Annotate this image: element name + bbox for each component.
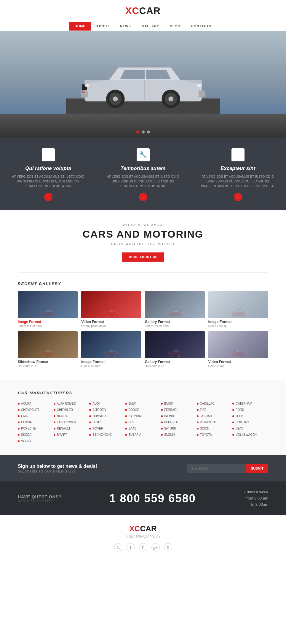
gallery-image-6: 🚗: [81, 331, 141, 358]
manufacturer-item[interactable]: RENAULT: [54, 426, 90, 431]
gallery-item-6[interactable]: 🚗 Image Format Duis aute irure: [81, 331, 141, 368]
nav-link-news[interactable]: NEWS: [115, 22, 136, 31]
hero-dot-2[interactable]: [142, 131, 145, 133]
manufacturer-item[interactable]: SSANGYONG: [89, 432, 125, 437]
nav-item-about[interactable]: ABOUT: [91, 22, 115, 31]
manufacturer-item[interactable]: VOLKSWAGEN: [232, 432, 268, 437]
gallery-caption-1: Lorem ipsum dolor: [18, 325, 78, 328]
gallery-caption-8: Nemo enmp: [208, 365, 268, 368]
social-icon-twitter[interactable]: 𝕏: [114, 543, 122, 551]
svg-point-6: [84, 84, 90, 87]
manufacturer-item[interactable]: SMART: [54, 432, 90, 437]
manufacturer-item[interactable]: AUDI: [89, 401, 125, 406]
manufacturer-item[interactable]: ACURA: [18, 401, 54, 406]
feature-title-1: Qui ratione volupta: [8, 166, 89, 171]
footer-copyright: © 2014 PRIVACY POLICY: [6, 535, 280, 538]
feature-btn-2[interactable]: →: [139, 193, 147, 201]
manufacturer-item[interactable]: CADILLAC: [197, 401, 233, 406]
manufacturer-name: JEEP: [236, 414, 243, 418]
manufacturer-item[interactable]: FERRARI: [161, 407, 197, 412]
manufacturer-item[interactable]: FIAT: [197, 407, 233, 412]
manufacturer-name: PONTIAC: [236, 421, 249, 424]
manufacturer-item[interactable]: PORSCHE: [18, 426, 54, 431]
manufacturer-item[interactable]: GMC: [18, 414, 54, 419]
manufacturer-item[interactable]: FORD: [232, 407, 268, 412]
car-silhouette-2: 🚗: [104, 304, 119, 318]
manufacturer-item[interactable]: INFINITI: [161, 414, 197, 419]
hero-dot-3[interactable]: [147, 131, 150, 133]
manufacturer-item[interactable]: DODGE: [125, 407, 161, 412]
nav-item-news[interactable]: NEWS: [115, 22, 136, 31]
car-silhouette-1: 🚗: [40, 304, 55, 318]
gallery-item-4[interactable]: 🚗 Image Format Nemo enim ip: [208, 291, 268, 328]
manufacturer-item[interactable]: CHEVROLET: [18, 407, 54, 412]
news-subtitle: LATEST NEWS ABOUT: [6, 223, 280, 227]
manufacturer-item[interactable]: PONTIAC: [232, 420, 268, 425]
manufacturer-item[interactable]: LAND ROVER: [54, 420, 90, 425]
manufacturer-item[interactable]: LEXUS: [89, 420, 125, 425]
nav-item-blog[interactable]: BLOG: [164, 22, 186, 31]
manufacturer-item[interactable]: CITROËN: [89, 407, 125, 412]
contact-bar: HAVE QUESTIONS? ASK A SPECIALIST 1 800 5…: [0, 481, 286, 515]
manufacturer-item[interactable]: SAAB: [125, 426, 161, 431]
nav-item-home[interactable]: HOME: [69, 22, 91, 31]
gallery-item-3[interactable]: 🚗 Gallery Format Lorem ipsum dolor: [145, 291, 205, 328]
contact-hours-line1: 7 days a week: [244, 489, 268, 495]
nav-link-gallery[interactable]: GALLERY: [136, 22, 164, 31]
manufacturer-name: HONDA: [57, 414, 68, 418]
manufacturer-item[interactable]: PLYMOUTH: [197, 420, 233, 425]
social-icon-facebook[interactable]: f: [127, 543, 135, 551]
manufacturer-item[interactable]: SCION: [197, 426, 233, 431]
social-icon-github[interactable]: ⊙: [164, 543, 172, 551]
manufacturer-item[interactable]: CATERHAM: [232, 401, 268, 406]
manufacturer-item[interactable]: JAGUAR: [197, 414, 233, 419]
manufacturer-dot: [197, 403, 199, 405]
gallery-item-5[interactable]: 🚗 Slideshow Format Duis aute irure: [18, 331, 78, 368]
manufacturer-item[interactable]: JEEP: [232, 414, 268, 419]
feature-item-1: ⚙ Qui ratione volupta AT VERO EOS ET ACC…: [1, 148, 96, 201]
manufacturer-item[interactable]: HYUNDAI: [125, 414, 161, 419]
manufacturer-item[interactable]: BMW: [125, 401, 161, 406]
manufacturer-item[interactable]: ALFA ROMEO: [54, 401, 90, 406]
nav-link-about[interactable]: ABOUT: [91, 22, 115, 31]
manufacturer-item[interactable]: SKODA: [18, 432, 54, 437]
newsletter-email-input[interactable]: [187, 464, 246, 473]
gallery-item-1[interactable]: 🚗 Image Format Lorem ipsum dolor: [18, 291, 78, 328]
manufacturer-item[interactable]: TOYOTA: [197, 432, 233, 437]
manufacturer-item[interactable]: BUICK: [161, 401, 197, 406]
feature-btn-3[interactable]: →: [234, 193, 242, 201]
feature-btn-1[interactable]: →: [44, 193, 52, 201]
nav-item-contacts[interactable]: CONTACTS: [186, 22, 217, 31]
manufacturer-item[interactable]: SUBARU: [125, 432, 161, 437]
manufacturer-item[interactable]: PEUGEOT: [161, 420, 197, 425]
nav-link-contacts[interactable]: CONTACTS: [186, 22, 217, 31]
manufacturer-item[interactable]: CHRYSLER: [54, 407, 90, 412]
nav-item-gallery[interactable]: GALLERY: [136, 22, 164, 31]
nav-link-home[interactable]: HOME: [69, 22, 91, 31]
manufacturer-item[interactable]: SATURN: [161, 426, 197, 431]
gallery-section: RECENT GALLERY 🚗 Image Format Lorem ipsu…: [0, 273, 286, 380]
manufacturer-item[interactable]: HONDA: [54, 414, 90, 419]
manufacturer-item[interactable]: VOLVO: [18, 438, 54, 443]
manufacturer-name: LEXUS: [92, 421, 102, 424]
manufacturer-item[interactable]: SEAT: [232, 426, 268, 431]
newsletter-submit-button[interactable]: submit: [246, 464, 268, 473]
nav-link-blog[interactable]: BLOG: [164, 22, 186, 31]
manufacturer-item[interactable]: ROVER: [89, 426, 125, 431]
social-icon-google-plus[interactable]: g+: [151, 543, 160, 551]
manufacturer-dot: [232, 403, 234, 405]
manufacturer-item[interactable]: OPEL: [125, 420, 161, 425]
gallery-image-3: 🚗: [145, 291, 205, 318]
social-icon-pinterest[interactable]: 𝐏: [139, 543, 147, 551]
svg-rect-14: [108, 77, 111, 79]
gallery-item-2[interactable]: 🚗 Video Format Lorem ipsum dolor: [81, 291, 141, 328]
gallery-item-7[interactable]: 🚗 Gallery Format Duis aute irure: [145, 331, 205, 368]
hero-dot-1[interactable]: [136, 131, 139, 133]
manufacturer-name: CATERHAM: [236, 402, 252, 405]
gallery-item-8[interactable]: 🚗 Video Format Nemo enmp: [208, 331, 268, 368]
manufacturer-item[interactable]: HUMMER: [89, 414, 125, 419]
news-more-button[interactable]: MORE ABOUT US: [122, 252, 164, 262]
manufacturer-item[interactable]: LANCIA: [18, 420, 54, 425]
manufacturer-item[interactable]: SUZUKI: [161, 432, 197, 437]
svg-rect-2: [84, 80, 202, 101]
